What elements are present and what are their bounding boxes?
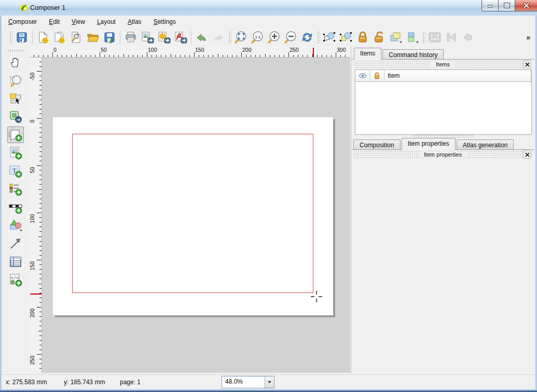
tab-items[interactable]: Items bbox=[354, 48, 381, 60]
zoom-level-combobox[interactable]: 48.0% bbox=[222, 376, 274, 388]
lock-items-button[interactable] bbox=[354, 29, 371, 46]
zoom-actual-button[interactable]: 1:1 bbox=[249, 29, 266, 46]
title-bar[interactable]: Composer 1 bbox=[0, 0, 537, 16]
svg-text:1:1: 1:1 bbox=[255, 35, 261, 39]
print-button[interactable] bbox=[122, 29, 139, 46]
chevron-down-icon bbox=[267, 381, 272, 384]
raise-items-button[interactable] bbox=[404, 29, 421, 46]
ruler-cursor-marker-y bbox=[30, 293, 42, 295]
toolbar-separator bbox=[120, 31, 120, 44]
ruler-cursor-marker-x bbox=[313, 48, 314, 57]
visibility-column-header[interactable] bbox=[355, 70, 370, 81]
save-as-template-button[interactable] bbox=[101, 29, 118, 46]
toolbar-drag-handle[interactable] bbox=[316, 31, 320, 44]
add-new-map-button[interactable] bbox=[7, 127, 24, 143]
lock-column-header[interactable] bbox=[370, 70, 384, 81]
add-arrow-button[interactable] bbox=[7, 235, 24, 252]
main-toolbar: 1:1 bbox=[2, 28, 535, 47]
items-dock-close-button[interactable] bbox=[523, 60, 531, 68]
maximize-button[interactable] bbox=[499, 0, 515, 11]
select-move-item-icon bbox=[323, 31, 336, 44]
composer-manager-icon bbox=[70, 31, 82, 44]
lock-icon bbox=[357, 31, 368, 44]
menu-atlas[interactable]: Atlas bbox=[122, 17, 147, 27]
zoom-region-icon bbox=[9, 74, 22, 87]
export-svg-button[interactable] bbox=[156, 29, 172, 46]
refresh-view-button[interactable] bbox=[299, 29, 315, 46]
add-new-scalebar-button[interactable] bbox=[7, 199, 24, 216]
unlock-items-button[interactable] bbox=[371, 29, 388, 46]
item-column-header[interactable]: Item bbox=[384, 70, 531, 81]
composition-canvas-area: 050100150200250300 -50050100150200250 bbox=[27, 47, 350, 374]
zoom-level-value: 48.0% bbox=[222, 376, 265, 388]
add-shape-button[interactable] bbox=[7, 217, 24, 234]
close-button[interactable] bbox=[515, 0, 537, 11]
item-properties-close-button[interactable] bbox=[523, 150, 531, 159]
atlas-preview-icon bbox=[428, 32, 442, 43]
select-move-item-tool-button[interactable] bbox=[7, 90, 24, 107]
toolbar-drag-handle[interactable] bbox=[422, 31, 425, 44]
menu-settings[interactable]: Settings bbox=[148, 17, 181, 27]
add-new-legend-button[interactable] bbox=[7, 181, 24, 198]
zoom-dropdown-button[interactable] bbox=[265, 376, 274, 388]
add-new-label-button[interactable]: T bbox=[7, 163, 24, 179]
menu-layout[interactable]: Layout bbox=[92, 17, 121, 27]
dock-splitter-handle[interactable] bbox=[413, 134, 473, 137]
zoom-in-button[interactable] bbox=[266, 29, 282, 46]
item-toolbox: T bbox=[2, 47, 27, 374]
tab-composition[interactable]: Composition bbox=[353, 139, 401, 150]
redo-button[interactable] bbox=[210, 29, 227, 46]
toolbox-drag-handle[interactable] bbox=[7, 49, 23, 52]
items-table-body[interactable] bbox=[355, 82, 531, 134]
menu-composer[interactable]: Composer bbox=[3, 17, 42, 27]
pan-tool-button[interactable] bbox=[7, 54, 24, 71]
undo-icon bbox=[196, 31, 208, 44]
move-item-content-tool-button[interactable] bbox=[7, 108, 24, 125]
minimize-button[interactable] bbox=[481, 0, 499, 11]
page-readout: page: 1 bbox=[120, 379, 172, 386]
items-table[interactable]: Item bbox=[355, 69, 532, 135]
zoom-full-button[interactable] bbox=[232, 29, 249, 46]
duplicate-composition-button[interactable] bbox=[51, 29, 68, 46]
undo-button[interactable] bbox=[194, 29, 210, 46]
refresh-icon bbox=[301, 31, 313, 44]
toolbar-drag-handle[interactable] bbox=[9, 31, 12, 44]
zoom-tool-button[interactable] bbox=[7, 72, 24, 89]
composer-page[interactable] bbox=[53, 117, 333, 315]
zoom-out-button[interactable] bbox=[282, 29, 299, 46]
group-items-button[interactable] bbox=[388, 29, 404, 46]
menu-view[interactable]: View bbox=[66, 17, 90, 27]
composition-viewport[interactable] bbox=[42, 58, 350, 373]
toolbar-separator bbox=[191, 31, 191, 44]
add-image-button[interactable] bbox=[7, 145, 24, 161]
export-svg-icon bbox=[157, 31, 171, 44]
toolbar-drag-handle[interactable] bbox=[228, 31, 231, 44]
status-bar: x: 275.583 mm y: 185.743 mm page: 1 48.0… bbox=[2, 374, 535, 389]
menu-bar: Composer Edit View Layout Atlas Settings bbox=[2, 16, 535, 29]
add-shape-icon bbox=[8, 219, 23, 232]
composer-manager-button[interactable] bbox=[68, 29, 85, 46]
close-icon bbox=[525, 62, 530, 67]
items-dock-header[interactable]: Items bbox=[353, 60, 532, 68]
add-arrow-icon bbox=[9, 237, 22, 250]
add-html-button[interactable]: </> bbox=[7, 272, 24, 288]
open-button[interactable] bbox=[85, 29, 101, 46]
atlas-first-feature-button[interactable] bbox=[443, 29, 460, 46]
save-project-button[interactable] bbox=[13, 29, 30, 46]
move-item-content-button[interactable] bbox=[338, 29, 354, 46]
toolbar-overflow-button[interactable]: » bbox=[524, 32, 532, 43]
select-move-item-button[interactable] bbox=[321, 29, 338, 46]
atlas-preview-button[interactable] bbox=[426, 29, 443, 46]
item-properties-dock-header[interactable]: Item properties bbox=[353, 150, 532, 158]
raise-items-icon bbox=[406, 31, 420, 44]
export-image-button[interactable] bbox=[139, 29, 156, 46]
new-composition-button[interactable] bbox=[35, 29, 51, 46]
tab-atlas-generation[interactable]: Atlas generation bbox=[457, 139, 514, 150]
composer-window: Composer 1 Composer Edit View Layout Atl… bbox=[0, 0, 537, 392]
add-attribute-table-button[interactable] bbox=[7, 254, 24, 270]
export-pdf-button[interactable] bbox=[172, 29, 189, 46]
atlas-previous-feature-button[interactable] bbox=[460, 29, 476, 46]
tab-command-history[interactable]: Command history bbox=[382, 49, 444, 60]
tab-item-properties[interactable]: Item properties bbox=[402, 138, 456, 150]
menu-edit[interactable]: Edit bbox=[44, 17, 65, 27]
